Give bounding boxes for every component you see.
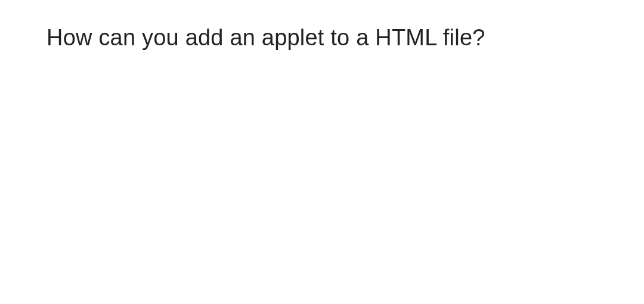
question-text: How can you add an applet to a HTML file…	[47, 25, 485, 51]
